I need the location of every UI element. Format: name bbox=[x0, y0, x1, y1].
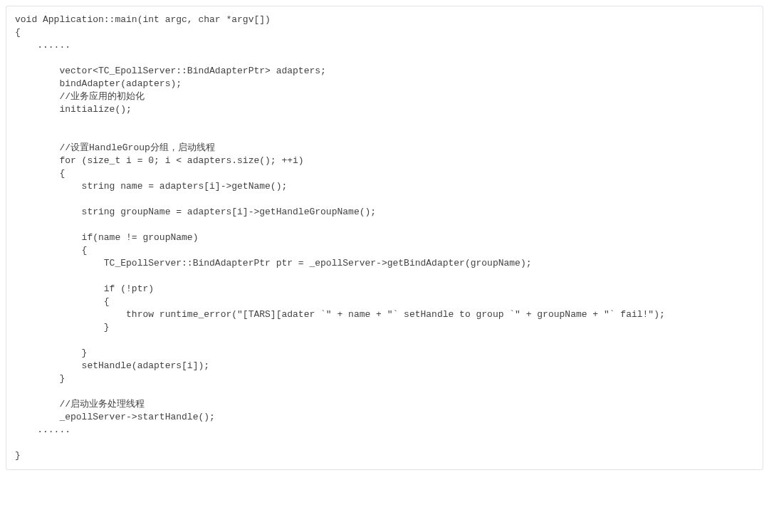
code-line bbox=[15, 219, 754, 231]
code-line bbox=[15, 193, 754, 206]
code-line: ...... bbox=[15, 424, 754, 437]
code-line bbox=[15, 437, 754, 449]
code-line bbox=[15, 270, 754, 283]
code-line: string groupName = adapters[i]->getHandl… bbox=[15, 206, 754, 219]
code-line: vector<TC_EpollServer::BindAdapterPtr> a… bbox=[15, 65, 754, 78]
code-line: } bbox=[15, 347, 754, 360]
code-line: //启动业务处理线程 bbox=[15, 398, 754, 411]
code-line: bindAdapter(adapters); bbox=[15, 78, 754, 90]
code-line: //设置HandleGroup分组，启动线程 bbox=[15, 142, 754, 155]
code-line bbox=[15, 129, 754, 142]
code-line: initialize(); bbox=[15, 103, 754, 116]
code-line bbox=[15, 334, 754, 347]
code-line: string name = adapters[i]->getName(); bbox=[15, 180, 754, 193]
code-line: ...... bbox=[15, 39, 754, 52]
code-line: { bbox=[15, 244, 754, 257]
code-line: if(name != groupName) bbox=[15, 231, 754, 244]
code-line: for (size_t i = 0; i < adapters.size(); … bbox=[15, 155, 754, 167]
code-line: } bbox=[15, 449, 754, 462]
code-block: void Application::main(int argc, char *a… bbox=[6, 6, 763, 470]
code-line: { bbox=[15, 26, 754, 39]
code-line: { bbox=[15, 296, 754, 308]
code-line bbox=[15, 52, 754, 65]
code-line: } bbox=[15, 321, 754, 334]
code-line: setHandle(adapters[i]); bbox=[15, 360, 754, 372]
code-line bbox=[15, 385, 754, 398]
code-line: if (!ptr) bbox=[15, 283, 754, 296]
code-line: _epollServer->startHandle(); bbox=[15, 411, 754, 424]
code-line bbox=[15, 116, 754, 129]
code-line: void Application::main(int argc, char *a… bbox=[15, 14, 754, 26]
code-line: //业务应用的初始化 bbox=[15, 90, 754, 103]
code-line: { bbox=[15, 167, 754, 180]
code-line: TC_EpollServer::BindAdapterPtr ptr = _ep… bbox=[15, 257, 754, 270]
code-line: } bbox=[15, 372, 754, 385]
code-line: throw runtime_error("[TARS][adater `" + … bbox=[15, 308, 754, 321]
